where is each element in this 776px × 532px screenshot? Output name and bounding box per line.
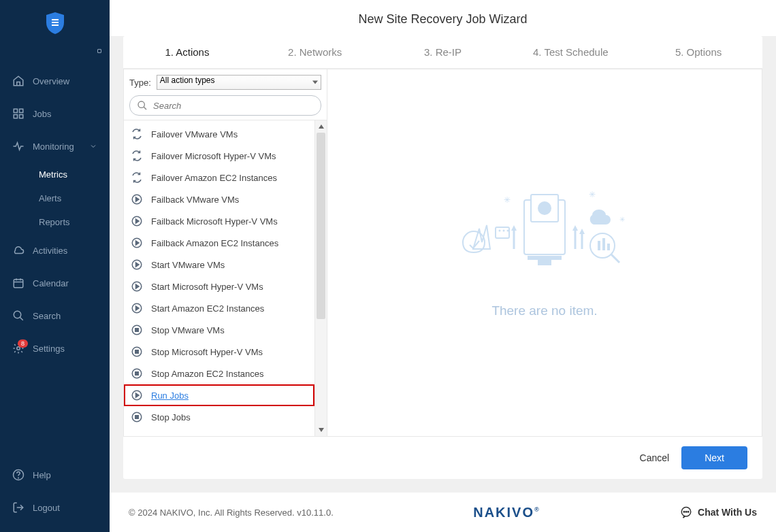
action-item[interactable]: Start Microsoft Hyper-V VMs	[124, 276, 314, 297]
svg-rect-32	[135, 329, 139, 332]
scroll-down-icon[interactable]	[315, 424, 327, 436]
gear-icon: 8	[12, 342, 25, 354]
sidebar-sub-reports[interactable]: Reports	[0, 210, 110, 234]
step-reip[interactable]: 3. Re-IP	[379, 36, 507, 68]
actions-panel: Type: All action types Failover VMware V…	[123, 69, 327, 437]
svg-rect-0	[52, 19, 59, 20]
action-label: Stop Microsoft Hyper-V VMs	[151, 347, 263, 357]
action-item[interactable]: Start Amazon EC2 Instances	[124, 297, 314, 319]
scroll-up-icon[interactable]	[315, 120, 327, 133]
chat-button[interactable]: Chat With Us	[680, 506, 757, 518]
cancel-button[interactable]: Cancel	[640, 452, 670, 463]
action-item[interactable]: Stop Jobs	[124, 406, 314, 428]
sidebar-item-help[interactable]: Help	[0, 459, 110, 491]
sidebar-item-search[interactable]: Search	[0, 299, 110, 332]
step-options[interactable]: 5. Options	[634, 36, 762, 68]
svg-marker-41	[319, 124, 324, 129]
scrollbar[interactable]	[314, 120, 327, 436]
pin-icon[interactable]	[97, 49, 101, 53]
logo	[0, 12, 110, 34]
action-label: Stop Jobs	[151, 412, 191, 422]
brand-logo: NAKIVO®	[473, 505, 540, 520]
play-icon	[131, 215, 143, 227]
svg-line-18	[144, 107, 146, 110]
chat-label: Chat With Us	[698, 507, 757, 518]
svg-marker-38	[136, 393, 140, 397]
svg-marker-20	[136, 197, 140, 201]
action-label: Start VMware VMs	[151, 260, 225, 270]
empty-state-illustration: ✳ ✳ ✳	[456, 188, 633, 283]
stop-icon	[131, 367, 143, 380]
failover-icon	[131, 171, 143, 184]
svg-line-49	[611, 254, 619, 263]
action-item[interactable]: Stop VMware VMs	[124, 319, 314, 341]
logout-icon	[12, 501, 25, 514]
scroll-track[interactable]	[315, 133, 327, 424]
svg-point-11	[14, 311, 21, 318]
sidebar-item-logout[interactable]: Logout	[0, 491, 110, 524]
svg-point-45	[538, 201, 551, 215]
settings-badge: 8	[18, 339, 28, 348]
svg-marker-42	[319, 428, 324, 432]
wizard-card: 1. Actions 2. Networks 3. Re-IP 4. Test …	[123, 36, 762, 479]
svg-rect-50	[598, 241, 600, 250]
pulse-icon	[12, 140, 25, 152]
cloud-icon	[12, 244, 25, 256]
sidebar-item-jobs[interactable]: Jobs	[0, 97, 110, 130]
action-item[interactable]: Failback Amazon EC2 Instances	[124, 232, 314, 254]
svg-point-67	[683, 512, 685, 513]
sidebar-item-monitoring[interactable]: Monitoring	[0, 130, 110, 163]
chevron-down-icon	[89, 142, 97, 150]
action-label: Start Amazon EC2 Instances	[151, 303, 264, 314]
stop-icon	[131, 324, 143, 336]
next-button[interactable]: Next	[681, 446, 747, 469]
action-item[interactable]: Failover Microsoft Hyper-V VMs	[124, 145, 314, 167]
scroll-thumb[interactable]	[317, 133, 325, 319]
sidebar-item-overview[interactable]: Overview	[0, 65, 110, 97]
step-test-schedule[interactable]: 4. Test Schedule	[506, 36, 634, 68]
search-input[interactable]	[153, 101, 314, 111]
play-icon	[131, 193, 143, 205]
action-item[interactable]: Stop Amazon EC2 Instances	[124, 363, 314, 384]
action-label: Failback Microsoft Hyper-V VMs	[151, 216, 278, 227]
sidebar-item-activities[interactable]: Activities	[0, 234, 110, 267]
action-item[interactable]: Failover VMware VMs	[124, 123, 314, 145]
sidebar-item-settings[interactable]: 8 Settings	[0, 332, 110, 365]
sidebar-item-label: Monitoring	[33, 142, 74, 152]
copyright-text: © 2024 NAKIVO, Inc. All Rights Reserved.…	[129, 508, 334, 518]
svg-marker-26	[136, 263, 140, 267]
action-item[interactable]: Start VMware VMs	[124, 254, 314, 276]
sidebar: Overview Jobs Monitoring Metrics Alerts …	[0, 0, 110, 532]
type-select[interactable]: All action types	[157, 75, 321, 90]
sidebar-item-calendar[interactable]: Calendar	[0, 267, 110, 299]
action-item[interactable]: Failover Amazon EC2 Instances	[124, 167, 314, 188]
svg-point-69	[688, 512, 689, 513]
step-networks[interactable]: 2. Networks	[251, 36, 379, 68]
sidebar-item-label: Settings	[33, 344, 65, 354]
grid-icon	[12, 107, 25, 120]
action-item[interactable]: Run Jobs	[124, 384, 314, 406]
sidebar-item-label: Calendar	[33, 278, 69, 288]
sidebar-item-label: Jobs	[33, 109, 51, 119]
failover-icon	[131, 150, 143, 162]
stop-icon	[131, 346, 143, 358]
svg-point-55	[503, 229, 505, 231]
action-label: Stop Amazon EC2 Instances	[151, 369, 263, 379]
empty-state-text: There are no item.	[491, 303, 597, 318]
play-icon	[131, 389, 143, 401]
action-item[interactable]: Stop Microsoft Hyper-V VMs	[124, 341, 314, 363]
play-icon	[131, 280, 143, 293]
sidebar-sub-metrics[interactable]: Metrics	[0, 163, 110, 186]
search-icon	[12, 310, 25, 322]
action-item[interactable]: Failback Microsoft Hyper-V VMs	[124, 210, 314, 232]
footer-bar: © 2024 NAKIVO, Inc. All Rights Reserved.…	[110, 493, 776, 532]
search-icon	[137, 100, 148, 111]
step-actions[interactable]: 1. Actions	[123, 36, 251, 68]
play-icon	[131, 302, 143, 314]
sidebar-sub-alerts[interactable]: Alerts	[0, 186, 110, 210]
svg-rect-46	[528, 256, 562, 260]
svg-marker-28	[136, 284, 140, 288]
svg-marker-60	[572, 225, 578, 231]
action-item[interactable]: Failback VMware VMs	[124, 188, 314, 210]
svg-point-54	[499, 229, 501, 231]
